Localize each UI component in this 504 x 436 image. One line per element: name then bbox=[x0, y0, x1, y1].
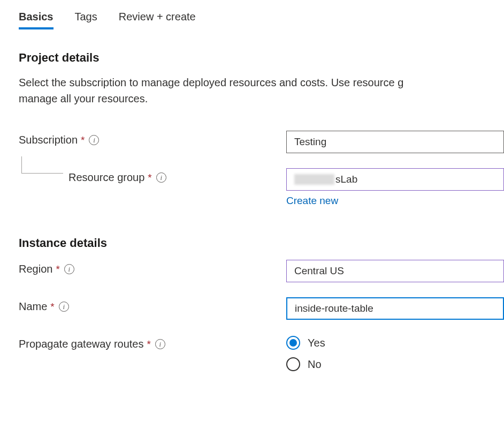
propagate-row: Propagate gateway routes * i Yes No bbox=[19, 335, 504, 371]
required-indicator: * bbox=[56, 264, 59, 275]
required-indicator: * bbox=[148, 172, 151, 184]
required-indicator: * bbox=[147, 339, 151, 350]
propagate-no-label: No bbox=[308, 358, 322, 371]
name-row: Name * i bbox=[19, 297, 504, 320]
resource-group-value: sLab bbox=[335, 174, 357, 185]
tab-tags[interactable]: Tags bbox=[75, 11, 97, 29]
propagate-no-option[interactable]: No bbox=[286, 357, 504, 371]
project-details-heading: Project details bbox=[19, 51, 504, 65]
region-label: Region bbox=[19, 263, 52, 275]
info-icon[interactable]: i bbox=[59, 302, 69, 312]
propagate-yes-option[interactable]: Yes bbox=[286, 336, 504, 350]
info-icon[interactable]: i bbox=[64, 264, 74, 274]
description-line-1: Select the subscription to manage deploy… bbox=[19, 77, 403, 88]
subscription-label: Subscription bbox=[19, 134, 78, 146]
nest-indicator bbox=[21, 156, 63, 174]
resource-group-label: Resource group bbox=[68, 171, 144, 184]
propagate-yes-label: Yes bbox=[308, 337, 325, 349]
info-icon[interactable]: i bbox=[156, 172, 166, 183]
info-icon[interactable]: i bbox=[89, 135, 99, 145]
description-line-2: manage all your resources. bbox=[19, 93, 148, 104]
subscription-row: Subscription * i Testing bbox=[19, 131, 504, 153]
region-value: Central US bbox=[294, 265, 344, 277]
propagate-radio-group: Yes No bbox=[286, 335, 504, 371]
name-input[interactable] bbox=[286, 297, 504, 320]
create-new-link[interactable]: Create new bbox=[286, 195, 338, 207]
region-row: Region * i Central US bbox=[19, 260, 504, 282]
radio-dot bbox=[289, 339, 297, 347]
resource-group-select[interactable]: sLab bbox=[286, 168, 504, 191]
subscription-value: Testing bbox=[294, 136, 326, 148]
radio-circle-checked bbox=[286, 336, 300, 350]
redacted-text bbox=[294, 174, 334, 185]
resource-group-row: Resource group * i sLab Create new bbox=[19, 168, 504, 207]
project-details-description: Select the subscription to manage deploy… bbox=[19, 74, 504, 107]
info-icon[interactable]: i bbox=[155, 339, 165, 349]
radio-circle-unchecked bbox=[286, 357, 300, 371]
required-indicator: * bbox=[81, 134, 85, 146]
required-indicator: * bbox=[50, 301, 54, 313]
tab-basics[interactable]: Basics bbox=[19, 11, 54, 29]
tabs-bar: Basics Tags Review + create bbox=[19, 11, 504, 29]
region-select[interactable]: Central US bbox=[286, 260, 504, 282]
tab-review-create[interactable]: Review + create bbox=[119, 11, 196, 29]
propagate-label: Propagate gateway routes bbox=[19, 338, 144, 350]
instance-details-heading: Instance details bbox=[19, 236, 504, 250]
subscription-select[interactable]: Testing bbox=[286, 131, 504, 153]
name-label: Name bbox=[19, 300, 47, 313]
